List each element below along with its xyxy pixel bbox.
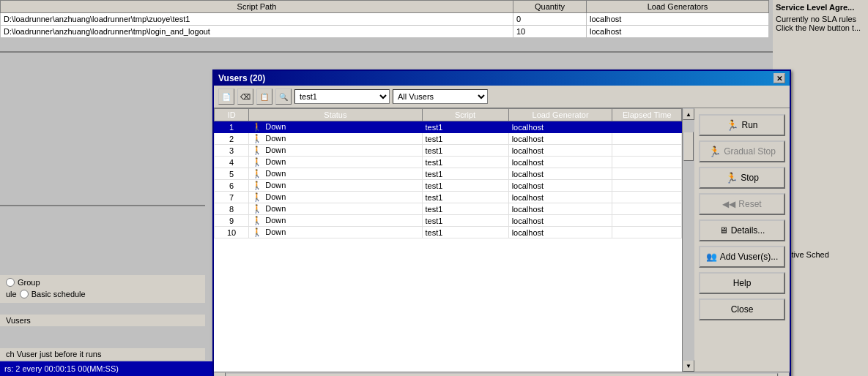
row-id: 10: [215, 227, 249, 238]
row-script: test1: [422, 121, 508, 133]
row-elapsed: [612, 133, 682, 145]
row-id: 1: [215, 121, 249, 133]
row-status: 🚶Down: [249, 121, 422, 133]
col-quantity: Quantity: [513, 1, 587, 13]
row-id: 6: [215, 180, 249, 192]
row-id: 9: [215, 215, 249, 227]
row-generator: localhost: [508, 203, 612, 215]
toolbar-btn-1[interactable]: 📄: [218, 89, 234, 105]
scroll-thumb[interactable]: [683, 132, 694, 161]
script-path-table: Script Path Quantity Load Generators D:\…: [0, 0, 769, 38]
row-script: test1: [422, 215, 508, 227]
row-generator: localhost: [508, 133, 612, 145]
table-row: 5🚶Downtest1localhost: [215, 168, 682, 180]
row-elapsed: [612, 180, 682, 192]
row-id: 7: [215, 192, 249, 203]
help-label: Help: [733, 278, 752, 288]
horizontal-scrollbar[interactable]: ◄ ►: [214, 372, 790, 376]
row-id: 5: [215, 168, 249, 180]
status-bar-text: rs: 2 every 00:00:15 00(MM:SS): [4, 364, 119, 373]
table-row: 9🚶Downtest1localhost: [215, 215, 682, 227]
row-status: 🚶Down: [249, 192, 422, 203]
h-scroll-thumb[interactable]: [226, 373, 778, 377]
script-note: ch Vuser just before it runs: [0, 348, 205, 360]
run-label: Run: [741, 120, 757, 130]
run-button[interactable]: 🏃 Run: [699, 114, 785, 136]
dialog-close-button[interactable]: ✕: [774, 73, 785, 83]
toolbar-btn-4[interactable]: 🔍: [275, 89, 292, 105]
run-icon: 🏃: [726, 119, 738, 131]
close-label: Close: [731, 304, 754, 315]
row-status: 🚶Down: [249, 180, 422, 192]
scroll-down-arrow[interactable]: ▼: [683, 360, 694, 372]
row-script: test1: [422, 227, 508, 238]
script-path-1: D:\loadrunner\anzhuang\loadrunner\tmp\zu…: [1, 13, 513, 26]
gradual-stop-button[interactable]: 🏃 Gradual Stop: [699, 140, 785, 162]
table-row: 10🚶Downtest1localhost: [215, 227, 682, 238]
row-generator: localhost: [508, 157, 612, 168]
sla-text2: Click the New button t...: [776, 23, 865, 32]
table-row: 6🚶Downtest1localhost: [215, 180, 682, 192]
group-radio[interactable]: [6, 278, 15, 287]
col-load-gen: Load Generator: [508, 109, 612, 121]
scroll-right-arrow[interactable]: ►: [778, 372, 790, 377]
row-generator: localhost: [508, 168, 612, 180]
details-label: Details...: [731, 225, 765, 236]
row-elapsed: [612, 203, 682, 215]
table-row: 3🚶Downtest1localhost: [215, 145, 682, 157]
filter-dropdown[interactable]: All Vusers: [393, 89, 488, 104]
row-script: test1: [422, 157, 508, 168]
row-id: 8: [215, 203, 249, 215]
table-row: 8🚶Downtest1localhost: [215, 203, 682, 215]
reset-label: Reset: [738, 199, 761, 209]
details-button[interactable]: 🖥 Details...: [699, 219, 785, 241]
basic-schedule-label: Basic schedule: [31, 290, 86, 298]
stop-button[interactable]: 🏃 Stop: [699, 167, 785, 189]
table-row: 2🚶Downtest1localhost: [215, 133, 682, 145]
scroll-left-arrow[interactable]: ◄: [214, 372, 226, 377]
reset-button[interactable]: ◀◀ Reset: [699, 193, 785, 215]
sla-title: Service Level Agre...: [776, 3, 865, 12]
dialog-title: Vusers (20): [218, 73, 265, 83]
vertical-scrollbar[interactable]: ▲ ▼: [683, 108, 694, 372]
row-script: test1: [422, 168, 508, 180]
quantity-2: 10: [513, 26, 587, 38]
row-status: 🚶Down: [249, 215, 422, 227]
row-generator: localhost: [508, 145, 612, 157]
table-row: 4🚶Downtest1localhost: [215, 157, 682, 168]
row-script: test1: [422, 180, 508, 192]
row-elapsed: [612, 192, 682, 203]
row-id: 4: [215, 157, 249, 168]
row-status: 🚶Down: [249, 157, 422, 168]
details-icon: 🖥: [719, 225, 728, 236]
close-button[interactable]: Close: [699, 298, 785, 320]
toolbar-btn-3[interactable]: 📋: [256, 89, 272, 105]
row-elapsed: [612, 145, 682, 157]
stop-label: Stop: [741, 173, 759, 183]
dialog-titlebar: Vusers (20) ✕: [214, 71, 790, 86]
row-elapsed: [612, 157, 682, 168]
row-elapsed: [612, 215, 682, 227]
script-row-2: D:\loadrunner\anzhuang\loadrunner\tmp\lo…: [1, 26, 769, 38]
help-button[interactable]: Help: [699, 272, 785, 294]
dialog-content: ID Status Script Load Generator Elapsed …: [214, 108, 790, 372]
vuser-table-area: ID Status Script Load Generator Elapsed …: [214, 108, 683, 372]
basic-schedule-radio[interactable]: [20, 290, 29, 298]
col-id: ID: [215, 109, 249, 121]
script-dropdown[interactable]: test1: [294, 89, 390, 104]
vuser-table: ID Status Script Load Generator Elapsed …: [214, 108, 682, 238]
add-vusers-label: Add Vuser(s)...: [720, 252, 779, 262]
add-vusers-button[interactable]: 👥 Add Vuser(s)...: [699, 246, 785, 268]
vusers-label: Vusers: [0, 315, 205, 326]
reset-icon: ◀◀: [722, 199, 735, 209]
scroll-up-arrow[interactable]: ▲: [683, 108, 694, 120]
stop-icon: 🏃: [725, 172, 738, 184]
toolbar-btn-2[interactable]: ⌫: [237, 89, 253, 105]
row-status: 🚶Down: [249, 133, 422, 145]
row-status: 🚶Down: [249, 227, 422, 238]
gradual-stop-icon: 🏃: [708, 146, 721, 157]
sla-text1: Currently no SLA rules: [776, 15, 865, 23]
row-elapsed: [612, 168, 682, 180]
quantity-1: 0: [513, 13, 587, 26]
divider-top: [0, 51, 773, 53]
